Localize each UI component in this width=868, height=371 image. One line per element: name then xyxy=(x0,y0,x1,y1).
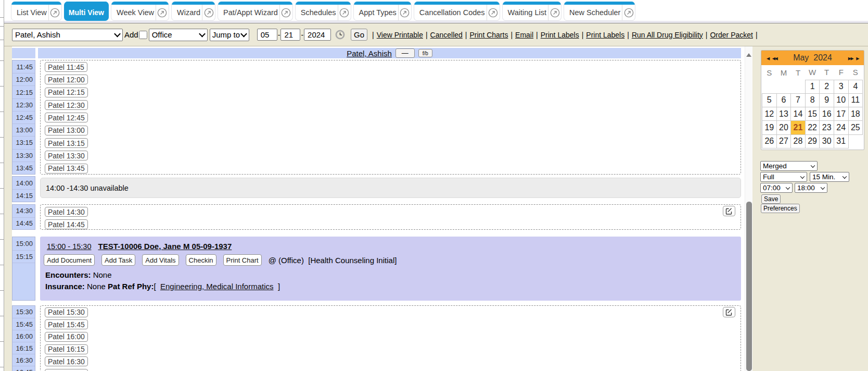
open-in-new-circle-icon[interactable] xyxy=(399,8,411,18)
calendar-day-cell[interactable]: 27 xyxy=(776,134,791,148)
open-in-new-circle-icon[interactable] xyxy=(156,8,169,18)
slot-button[interactable]: Patel 12:00 xyxy=(45,75,88,84)
edit-provider-day-button[interactable] xyxy=(723,307,735,317)
calendar-day-cell[interactable]: 13 xyxy=(776,107,791,121)
slot-button[interactable]: Patel 11:45 xyxy=(45,62,87,72)
calendar-day-cell[interactable]: 26 xyxy=(762,134,777,148)
slot-button[interactable]: Patel 13:45 xyxy=(45,164,88,174)
slot-button[interactable]: Patel 14:45 xyxy=(45,219,88,229)
toolbar-link-cancelled[interactable]: Cancelled xyxy=(430,31,463,39)
calendar-day-cell[interactable]: 4 xyxy=(848,80,863,93)
tab-list-view[interactable]: List View xyxy=(11,2,62,21)
calendar-day-cell[interactable]: 31 xyxy=(834,134,848,148)
date-month-input[interactable] xyxy=(257,29,277,41)
calendar-day-cell[interactable]: 9 xyxy=(820,93,834,107)
slot-button[interactable]: Patel 16:45 xyxy=(45,369,88,371)
calendar-day-cell[interactable]: 22 xyxy=(805,121,820,134)
slot-button[interactable]: Patel 12:30 xyxy=(45,100,88,110)
provider-select[interactable]: Patel, Ashish xyxy=(12,29,123,41)
edit-provider-day-button[interactable] xyxy=(723,206,735,216)
save-button[interactable]: Save xyxy=(761,194,781,204)
calendar-day-cell[interactable]: 5 xyxy=(762,93,777,107)
appointment-action-add-task[interactable]: Add Task xyxy=(101,254,135,266)
scrollbar-thumb[interactable] xyxy=(746,202,752,371)
fb-button[interactable]: f/b xyxy=(418,49,432,57)
open-in-new-circle-icon[interactable] xyxy=(49,8,61,18)
toolbar-link-print-labels[interactable]: Print Labels xyxy=(541,31,579,39)
next-month-icon[interactable]: ▸ xyxy=(854,54,860,62)
open-in-new-circle-icon[interactable] xyxy=(280,8,292,18)
calendar-day-cell[interactable]: 1 xyxy=(805,80,820,93)
slot-button[interactable]: Patel 16:00 xyxy=(45,332,88,342)
start-time-select[interactable]: 07:00 xyxy=(760,183,793,193)
appointment-action-print-chart[interactable]: Print Chart xyxy=(223,254,262,266)
calendar-day-cell[interactable]: 30 xyxy=(820,134,834,148)
toolbar-link-email[interactable]: Email xyxy=(515,31,533,39)
calendar-day-cell[interactable]: 28 xyxy=(791,134,806,148)
slot-button[interactable]: Patel 12:15 xyxy=(45,88,88,97)
calendar-day-cell[interactable]: 19 xyxy=(762,121,777,134)
calendar-day-cell[interactable]: 17 xyxy=(834,107,848,121)
open-in-new-circle-icon[interactable] xyxy=(487,8,500,18)
prev-month-icon[interactable]: ◂ xyxy=(765,54,771,62)
calendar-selected-day[interactable]: 21 xyxy=(791,121,806,134)
slot-button[interactable]: Patel 15:30 xyxy=(45,307,88,317)
toolbar-link-order-packet[interactable]: Order Packet xyxy=(710,31,752,39)
preferences-button[interactable]: Preferences xyxy=(761,204,800,213)
open-in-new-circle-icon[interactable] xyxy=(622,8,635,18)
calendar-day-cell[interactable]: 18 xyxy=(848,107,863,121)
calendar-day-cell[interactable]: 20 xyxy=(776,121,791,134)
jump-to-select[interactable]: Jump to xyxy=(210,29,249,41)
scroll-up-arrow-icon[interactable] xyxy=(746,53,751,57)
slot-button[interactable]: Patel 14:30 xyxy=(45,207,88,217)
provider-header-link[interactable]: Patel, Ashish xyxy=(347,49,392,58)
appointment-action-add-vitals[interactable]: Add Vitals xyxy=(142,254,178,266)
calendar-day-cell[interactable]: 24 xyxy=(834,121,848,134)
tab-multi-view[interactable]: Multi View xyxy=(64,2,109,21)
vertical-scrollbar[interactable] xyxy=(745,46,752,371)
end-time-select[interactable]: 18:00 xyxy=(795,183,827,193)
slot-button[interactable]: Patel 16:15 xyxy=(45,344,88,354)
facility-select[interactable]: Office xyxy=(149,29,208,41)
tab-wizard[interactable]: Wizard xyxy=(171,2,215,21)
slot-button[interactable]: Patel 13:00 xyxy=(45,126,88,135)
calendar-day-cell[interactable]: 6 xyxy=(776,93,791,107)
appointment-time-link[interactable]: 15:00 - 15:30 xyxy=(47,242,91,251)
tab-cancellation-codes[interactable]: Cancellation Codes xyxy=(414,2,500,21)
open-in-new-circle-icon[interactable] xyxy=(338,8,351,18)
calendar-day-cell[interactable]: 23 xyxy=(820,121,834,134)
calendar-day-cell[interactable]: 15 xyxy=(805,107,820,121)
tab-schedules[interactable]: Schedules xyxy=(295,2,351,21)
toolbar-link-print-charts[interactable]: Print Charts xyxy=(470,31,508,39)
appointment-action-checkin[interactable]: Checkin xyxy=(186,254,216,266)
tab-waiting-list[interactable]: Waiting List xyxy=(502,2,561,21)
next-year-icon[interactable]: ▸▸ xyxy=(847,54,855,62)
appointment-action-add-document[interactable]: Add Document xyxy=(44,254,95,266)
date-day-input[interactable] xyxy=(280,29,300,41)
calendar-day-cell[interactable]: 2 xyxy=(820,80,834,93)
calendar-day-cell[interactable]: 10 xyxy=(834,93,848,107)
toolbar-link-run-all-drug-eligibility[interactable]: Run All Drug Eligibility xyxy=(632,31,703,39)
calendar-day-cell[interactable]: 14 xyxy=(791,107,806,121)
calendar-day-cell[interactable]: 7 xyxy=(791,93,806,107)
date-year-input[interactable] xyxy=(304,29,331,41)
slot-button[interactable]: Patel 12:45 xyxy=(45,113,88,122)
tab-week-view[interactable]: Week View xyxy=(111,2,169,21)
open-in-new-circle-icon[interactable] xyxy=(548,8,561,18)
merged-select[interactable]: Merged xyxy=(760,161,818,171)
slot-button[interactable]: Patel 13:30 xyxy=(45,151,88,160)
calendar-day-cell[interactable]: 8 xyxy=(805,93,820,107)
toolbar-link-view-printable[interactable]: View Printable xyxy=(377,31,423,39)
toolbar-link-print-labels[interactable]: Print Labels xyxy=(586,31,624,39)
go-button[interactable]: Go xyxy=(351,29,367,41)
ref-phy-link[interactable]: Engineering, Medical Informatics xyxy=(160,282,274,291)
slot-button[interactable]: Patel 15:45 xyxy=(45,319,88,329)
tab-new-scheduler[interactable]: New Scheduler xyxy=(564,2,635,21)
minimize-column-button[interactable]: — xyxy=(395,48,415,58)
calendar-day-cell[interactable]: 25 xyxy=(848,121,863,134)
slot-button[interactable]: Patel 13:15 xyxy=(45,138,88,148)
calendar-day-cell[interactable]: 12 xyxy=(762,107,777,121)
slot-button[interactable]: Patel 16:30 xyxy=(45,356,88,366)
appointment-patient-link[interactable]: TEST-10006 Doe, Jane M 05-09-1937 xyxy=(98,242,232,251)
zoom-select[interactable]: Full xyxy=(760,172,807,182)
